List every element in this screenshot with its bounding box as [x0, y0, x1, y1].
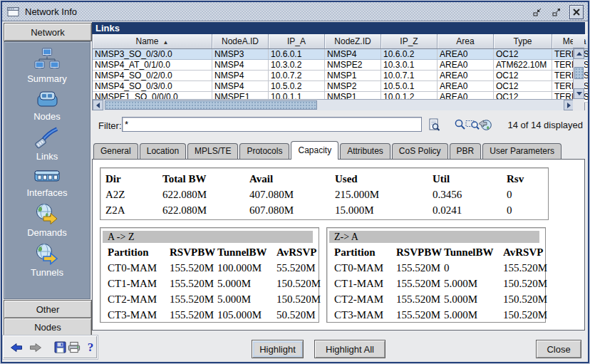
table-cell: 5.000M — [210, 276, 269, 291]
tab-general[interactable]: General — [93, 143, 138, 159]
tab-protocols[interactable]: Protocols — [239, 143, 289, 159]
table-cell: NMSP2 — [325, 81, 381, 92]
filter-label: Filter: — [98, 120, 122, 131]
z-to-a-title: Z-> A — [329, 231, 539, 243]
print-icon[interactable] — [68, 341, 81, 354]
tab-location[interactable]: Location — [140, 143, 186, 159]
table-cell: NMSP4_SO_0/3/0.0 — [93, 81, 212, 92]
close-button[interactable]: Close — [536, 340, 581, 358]
table-cell: 10.0.7.1 — [381, 71, 438, 81]
close-window-icon[interactable] — [569, 5, 584, 19]
column-header-ip-a[interactable]: IP_A — [269, 34, 325, 49]
column-header-nodez-id[interactable]: NodeZ.ID — [325, 34, 381, 49]
table-cell: NMSP4 — [325, 49, 381, 60]
horizontal-scrollbar[interactable] — [93, 99, 574, 110]
table-cell: 155.520M — [389, 307, 437, 323]
table-cell: AREA0 — [438, 60, 494, 71]
sidebar-item-label: Tunnels — [31, 267, 63, 278]
restore-window-icon[interactable] — [531, 6, 544, 19]
vertical-scrollbar[interactable] — [573, 48, 584, 99]
interface-card-icon — [33, 167, 61, 185]
table-cell: NMSP4 — [212, 71, 269, 81]
forward-icon[interactable] — [29, 341, 42, 354]
scroll-left-icon[interactable] — [93, 100, 103, 110]
table-corner-header — [573, 34, 584, 48]
table-cell: 10.6.0.1 — [269, 49, 325, 60]
node-device-icon — [34, 89, 60, 109]
tab-attributes[interactable]: Attributes — [340, 143, 390, 159]
table-cell: NMSP4 — [212, 60, 269, 71]
table-cell: 155.520M — [389, 276, 437, 291]
sidebar-item-demands[interactable]: Demands — [4, 203, 90, 238]
column-header-partition: Partition — [100, 244, 162, 260]
sidebar-item-nodes[interactable]: Nodes — [4, 89, 90, 122]
tab-cos-policy[interactable]: CoS Policy — [392, 143, 448, 159]
network-summary-icon — [33, 48, 61, 71]
demand-globe-arrow-icon — [34, 203, 60, 225]
table-cell: 155.520M — [162, 276, 210, 291]
table-cell: CT2-MAM — [327, 291, 389, 307]
column-header-nodea-id[interactable]: NodeA.ID — [212, 34, 269, 49]
titlebar[interactable]: Network Info — [2, 2, 588, 21]
other-button[interactable]: Other — [4, 300, 92, 318]
table-cell: CT0-MAM — [100, 260, 162, 276]
find-details-icon[interactable] — [427, 118, 441, 131]
table-cell: 155.520M — [162, 260, 210, 276]
vertical-scroll-thumb[interactable] — [574, 67, 584, 79]
column-header-rsvpbw: RSVPBW — [389, 244, 437, 260]
links-table: Name▲NodeA.IDIP_ANodeZ.IDIP_ZAreaTypeMed… — [92, 34, 585, 110]
table-row[interactable]: NMSP4_SO_0/2/0.0NMSP410.0.7.2NMSP110.0.7… — [93, 71, 590, 81]
column-header-dir: Dir — [100, 171, 157, 187]
tab-mpls-te[interactable]: MPLS/TE — [187, 143, 238, 159]
table-cell: 155.520M — [389, 260, 437, 276]
capacity-tab-panel: DirTotal BWAvailUsedUtilRsv A2Z622.080M4… — [92, 159, 585, 331]
table-cell: 10.3.0.2 — [269, 60, 325, 71]
scroll-down-icon[interactable] — [574, 88, 584, 99]
column-header-area[interactable]: Area — [438, 34, 494, 49]
column-header-type[interactable]: Type — [494, 34, 552, 49]
sidebar-item-links[interactable]: Links — [4, 127, 90, 162]
table-cell: CT3-MAM — [100, 307, 162, 323]
sidebar-item-tunnels[interactable]: Tunnels — [4, 243, 90, 278]
scroll-up-icon[interactable] — [574, 48, 584, 59]
save-icon[interactable] — [53, 341, 66, 354]
filter-input[interactable] — [122, 117, 422, 132]
highlight-all-button[interactable]: Highlight All — [314, 340, 385, 358]
table-cell: A2Z — [100, 187, 157, 202]
column-header-name[interactable]: Name▲ — [93, 34, 212, 49]
back-icon[interactable] — [10, 341, 23, 354]
table-row[interactable]: NMSP3_SO_0/3/0.0NMSP310.6.0.1NMSP410.6.0… — [93, 49, 590, 60]
window-title: Network Info — [25, 6, 77, 17]
table-cell: OC12 — [494, 81, 552, 92]
filter-bar: Filter: 14 of 14 displayed — [92, 110, 585, 143]
sidebar-item-summary[interactable]: Summary — [4, 48, 90, 84]
table-cell: CT2-MAM — [100, 291, 162, 307]
table-cell: 0.3456 — [428, 187, 502, 202]
nodes-button[interactable]: Nodes — [4, 318, 92, 336]
a-to-z-title: A -> Z — [103, 231, 313, 243]
table-cell: 0 — [437, 260, 496, 276]
table-cell: 607.080M — [244, 202, 330, 218]
sidebar-item-label: Demands — [27, 227, 67, 238]
horizontal-scroll-thumb[interactable] — [105, 100, 317, 110]
sidebar-item-label: Summary — [27, 73, 67, 84]
highlight-button[interactable]: Highlight — [252, 340, 304, 358]
history-toolbar: ? — [3, 336, 98, 359]
table-row[interactable]: NMSP4_SO_0/3/0.0NMSP410.5.0.2NMSP210.5.0… — [93, 81, 590, 92]
table-cell: 215.000M — [330, 187, 428, 202]
table-row: CT2-MAM155.520M5.000M150.520M — [327, 291, 567, 307]
table-row: CT0-MAM155.520M0155.520M — [327, 260, 567, 276]
column-header-avail: Avail — [244, 171, 330, 187]
sidebar-item-interfaces[interactable]: Interfaces — [4, 167, 90, 198]
zoom-icon[interactable] — [452, 118, 467, 131]
tab-capacity[interactable]: Capacity — [291, 141, 338, 160]
table-row[interactable]: NMSP4_AT_0/1/0.0NMSP410.3.0.2NMSPE210.3.… — [93, 60, 590, 71]
tab-pbr[interactable]: PBR — [450, 143, 482, 159]
column-header-ip-z[interactable]: IP_Z — [381, 34, 438, 49]
tab-user-parameters[interactable]: User Parameters — [482, 143, 561, 159]
help-icon[interactable]: ? — [84, 341, 97, 354]
capacity-summary-header-row: DirTotal BWAvailUsedUtilRsv — [100, 171, 579, 187]
table-cell: NMSP3 — [212, 49, 269, 60]
network-button[interactable]: Network — [4, 23, 92, 41]
maximize-window-icon[interactable] — [550, 6, 563, 19]
